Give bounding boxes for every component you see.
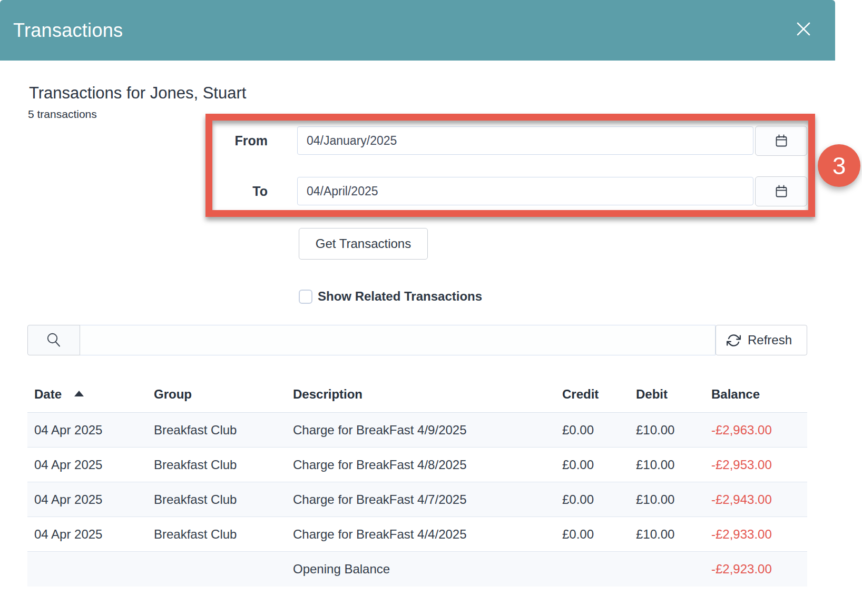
from-label: From: [200, 126, 268, 155]
cell-balance: -£2,933.00: [711, 527, 807, 542]
cell-balance: -£2,923.00: [711, 562, 807, 577]
cell-date: 04 Apr 2025: [27, 423, 154, 438]
to-date-input[interactable]: [297, 177, 753, 205]
calendar-icon: [775, 134, 788, 148]
annotation-step-badge: 3: [818, 144, 860, 187]
transaction-count: 5 transactions: [28, 108, 97, 121]
cell-debit: £10.00: [636, 423, 711, 438]
search-input[interactable]: [80, 325, 716, 355]
cell-credit: £0.00: [562, 423, 636, 438]
cell-group: Breakfast Club: [154, 458, 293, 472]
column-header-balance[interactable]: Balance: [711, 387, 807, 402]
cell-description: Charge for BreakFast 4/4/2025: [293, 527, 562, 542]
cell-description: Charge for BreakFast 4/9/2025: [293, 423, 562, 438]
cell-balance: -£2,943.00: [711, 492, 807, 507]
table-body: 04 Apr 2025 Breakfast Club Charge for Br…: [27, 413, 807, 587]
cell-date: 04 Apr 2025: [27, 527, 154, 542]
cell-group: Breakfast Club: [154, 423, 293, 438]
cell-credit: £0.00: [562, 527, 636, 542]
calendar-icon: [775, 184, 788, 199]
table-header-row: Date Group Description Credit Debit Bala…: [27, 369, 807, 413]
page-title: Transactions for Jones, Stuart: [29, 84, 246, 103]
refresh-button[interactable]: Refresh: [716, 325, 807, 355]
cell-date: 04 Apr 2025: [27, 458, 154, 472]
cell-debit: £10.00: [636, 527, 711, 542]
sort-ascending-icon: [74, 391, 84, 396]
cell-balance: -£2,963.00: [711, 423, 807, 438]
column-header-credit[interactable]: Credit: [562, 387, 636, 402]
get-transactions-button[interactable]: Get Transactions: [299, 228, 428, 260]
cell-credit: £0.00: [562, 458, 636, 472]
search-bar: Refresh: [27, 325, 807, 355]
table-row-opening-balance: Opening Balance -£2,923.00: [27, 552, 807, 587]
from-calendar-button[interactable]: [755, 126, 807, 156]
cell-description: Opening Balance: [293, 562, 562, 577]
cell-description: Charge for BreakFast 4/8/2025: [293, 458, 562, 472]
column-header-date[interactable]: Date: [27, 387, 154, 402]
transactions-table: Date Group Description Credit Debit Bala…: [27, 369, 807, 587]
cell-date: 04 Apr 2025: [27, 492, 154, 507]
table-row: 04 Apr 2025 Breakfast Club Charge for Br…: [27, 482, 807, 517]
modal-title: Transactions: [13, 19, 123, 42]
cell-debit: £10.00: [636, 492, 711, 507]
to-label: To: [200, 177, 268, 205]
cell-balance: -£2,953.00: [711, 458, 807, 472]
refresh-icon: [727, 333, 741, 347]
modal-header: Transactions: [0, 0, 835, 61]
table-row: 04 Apr 2025 Breakfast Club Charge for Br…: [27, 413, 807, 448]
transactions-modal: Transactions Transactions for Jones, Stu…: [0, 0, 835, 612]
table-row: 04 Apr 2025 Breakfast Club Charge for Br…: [27, 517, 807, 552]
show-related-checkbox[interactable]: [299, 290, 312, 304]
close-button[interactable]: [796, 19, 817, 38]
cell-group: Breakfast Club: [154, 492, 293, 507]
search-icon-box: [27, 325, 80, 355]
cell-credit: £0.00: [562, 492, 636, 507]
refresh-button-label: Refresh: [748, 333, 792, 347]
cell-debit: £10.00: [636, 458, 711, 472]
show-related-label: Show Related Transactions: [318, 289, 482, 304]
column-header-description[interactable]: Description: [293, 387, 562, 402]
cell-group: Breakfast Club: [154, 527, 293, 542]
screenshot-canvas: Transactions Transactions for Jones, Stu…: [0, 0, 862, 616]
to-calendar-button[interactable]: [755, 176, 807, 206]
table-row: 04 Apr 2025 Breakfast Club Charge for Br…: [27, 448, 807, 482]
cell-description: Charge for BreakFast 4/7/2025: [293, 492, 562, 507]
column-header-debit[interactable]: Debit: [636, 387, 711, 402]
close-icon: [796, 21, 817, 37]
search-icon: [45, 332, 62, 349]
from-date-input[interactable]: [297, 126, 753, 155]
column-header-group[interactable]: Group: [154, 387, 293, 402]
